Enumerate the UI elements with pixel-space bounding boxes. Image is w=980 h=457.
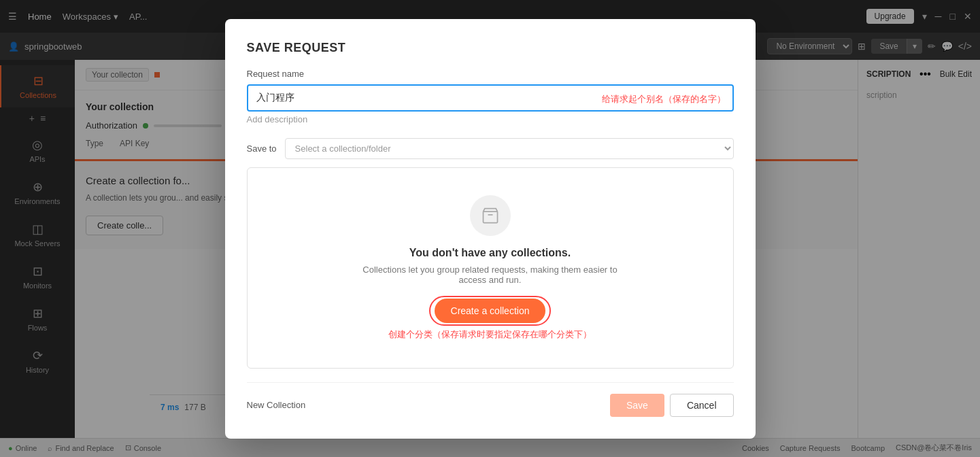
collection-folder-select[interactable]: Select a collection/folder <box>285 138 734 159</box>
app-container: ☰ Home Workspaces ▾ AP... Upgrade ▾ ─ □ … <box>0 0 980 457</box>
request-name-field-wrapper: 给请求起个别名（保存的名字） <box>247 84 734 114</box>
footer-buttons: Save Cancel <box>610 394 734 417</box>
modal-backdrop: SAVE REQUEST Request name 给请求起个别名（保存的名字）… <box>0 0 980 457</box>
modal-title: SAVE REQUEST <box>247 41 734 55</box>
add-description-link[interactable]: Add description <box>247 114 734 124</box>
empty-collections-panel: You don't have any collections. Collecti… <box>247 167 734 369</box>
annotation-text: 创建个分类（保存请求时要指定保存在哪个分类下） <box>388 328 592 341</box>
save-to-row: Save to Select a collection/folder <box>247 138 734 159</box>
request-name-hint: 给请求起个别名（保存的名字） <box>602 93 726 105</box>
create-collection-modal-button[interactable]: Create a collection <box>435 299 546 323</box>
modal-footer: New Collection Save Cancel <box>247 382 734 417</box>
empty-state-title: You don't have any collections. <box>409 247 571 259</box>
request-name-label: Request name <box>247 69 734 79</box>
modal-save-button[interactable]: Save <box>610 394 664 417</box>
empty-icon <box>470 195 511 236</box>
empty-state-desc: Collections let you group related reques… <box>354 265 626 285</box>
modal-cancel-button[interactable]: Cancel <box>670 394 734 417</box>
save-to-label: Save to <box>247 143 277 154</box>
save-request-modal: SAVE REQUEST Request name 给请求起个别名（保存的名字）… <box>225 19 756 439</box>
new-collection-link[interactable]: New Collection <box>247 400 306 410</box>
